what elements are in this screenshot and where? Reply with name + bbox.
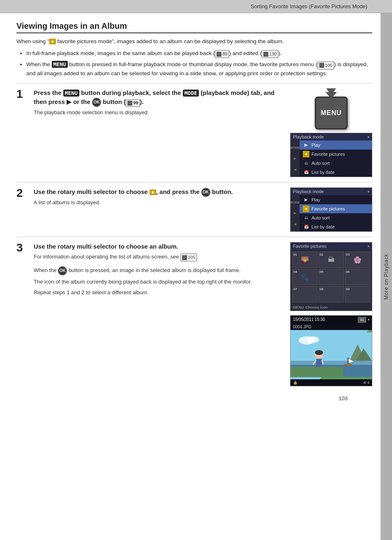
auto-sort-icon-2: 🗂 <box>303 215 309 221</box>
step-2-number: 2 <box>16 187 31 199</box>
cam-menu-auto: 🗂Auto sort <box>300 159 372 168</box>
list-date-icon: 📅 <box>303 169 309 175</box>
cam-menu-1-left: MODE ▶ ◀ <box>291 141 300 177</box>
cam-menu2-list: 📅List by date <box>300 222 372 231</box>
fav-cell-06: 06 <box>345 269 370 285</box>
sidebar-tab-label: More on Playback <box>383 254 389 300</box>
bullet-item-2: When the MENU button is pressed in full-… <box>26 60 372 78</box>
fullframe-bottombar: 🔒 4/ 4 <box>291 379 372 386</box>
fullframe-topbar: 15/05/2011 15:30 01 ▪ <box>291 316 372 324</box>
auto-sort-icon: 🗂 <box>303 160 309 166</box>
cam-menu-1: Playback mode ▪ MODE ▶ ◀ ▶Play <box>290 133 372 177</box>
svg-rect-11 <box>316 359 322 367</box>
bullet-list: In full-frame playback mode, images in t… <box>26 49 372 78</box>
ref-89: □89 <box>215 50 229 58</box>
cam-menu-fav: ★Favorite pictures <box>300 150 372 159</box>
fav-cell-08: 08 <box>318 286 344 302</box>
cam-menu-2-row: MODE ▶ ◀ ▶Play ★Favorite pictures <box>291 195 372 231</box>
step-2-desc: A list of albums is displayed. <box>34 198 284 207</box>
fav-cell-01-icon: 🌄 <box>301 256 309 263</box>
fav-cell-02-icon: 🏔 <box>328 256 334 263</box>
svg-point-2 <box>307 336 319 343</box>
step-1-number: 1 <box>16 88 31 100</box>
ref-105a: □105 <box>318 62 334 69</box>
cam-menu-2-title: Playback mode ▪ <box>291 188 372 195</box>
fav-album-grid: Favorite pictures ▪ 01 🌄 02 🏔 <box>290 242 372 311</box>
svg-rect-9 <box>344 364 353 366</box>
cam-menu-list: 📅List by date <box>300 168 372 177</box>
cam-menu2-play: ▶Play <box>300 195 372 204</box>
fav-cell-01: 01 🌄 <box>292 252 318 268</box>
fav-cell-07: 07 <box>292 286 318 302</box>
step-3-extra2: The icon of the album currently being pl… <box>34 278 284 286</box>
intro-text: When using "★ favorite pictures mode", i… <box>16 37 372 46</box>
cam-menu-2-items: ▶Play ★Favorite pictures 🗂Auto sort 📅Lis… <box>300 195 372 231</box>
cam-menu-1-title: Playback mode ▪ <box>291 133 372 141</box>
fullframe-frameinfo: 4/ 4 <box>363 381 369 385</box>
main-content: Viewing Images in an Album When using "★… <box>0 13 392 540</box>
step-3-number: 3 <box>16 242 31 254</box>
fav-cell-05: 05 <box>318 269 344 285</box>
fav-title-bar: Favorite pictures ▪ <box>291 242 372 250</box>
cam-menu2-auto: 🗂Auto sort <box>300 213 372 222</box>
right-sidebar: More on Playback <box>380 13 392 540</box>
step-3-content: Use the rotary multi selector to choose … <box>31 242 284 299</box>
svg-rect-15 <box>291 367 344 377</box>
page-number: 103 <box>16 391 372 406</box>
step-3: 3 Use the rotary multi selector to choos… <box>16 237 372 391</box>
step-1-content: Press the MENU button during playback, s… <box>31 88 284 116</box>
cam-menu2-fav: ★Favorite pictures <box>300 204 372 213</box>
fullframe-album-badge: 01 <box>358 317 366 323</box>
step-2: 2 Use the rotary multi selector to choos… <box>16 182 372 237</box>
fav-cell-02: 02 🏔 <box>318 252 344 268</box>
fav-cell-04-icon: 🐾 <box>301 273 309 281</box>
bullet-item-1: In full-frame playback mode, images in t… <box>26 49 372 58</box>
step-3-desc: For information about operating the list… <box>34 253 284 261</box>
step-3-extra1: When the OK button is pressed, an image … <box>34 266 284 275</box>
fav-bottom-bar: MENU Choose icon <box>291 304 372 311</box>
step-3-title: Use the rotary multi selector to choose … <box>34 242 284 251</box>
fullframe-datetime: 15/05/2011 15:30 <box>293 317 325 322</box>
step-3-extra3: Repeat steps 1 and 2 to select a differe… <box>34 288 284 297</box>
header-bar: Sorting Favorite Images (Favorite Pictur… <box>0 0 392 13</box>
step-1: 1 Press the MENU button during playback,… <box>16 83 372 182</box>
fav-icon-2: ★ <box>303 205 309 212</box>
step-2-content: Use the rotary multi selector to choose … <box>31 187 284 207</box>
step-1-title: Press the MENU button during playback, s… <box>34 88 284 107</box>
header-title: Sorting Favorite Images (Favorite Pictur… <box>251 3 367 9</box>
step-3-images: Favorite pictures ▪ 01 🌄 02 🏔 <box>290 242 372 386</box>
play-icon-2: ▶ <box>303 196 309 203</box>
fullframe-image <box>291 330 372 379</box>
step-1-images: MENU Playback mode ▪ MODE ▶ ◀ <box>290 88 372 177</box>
fav-cell-09: 09 <box>345 286 370 302</box>
fav-icon: ★ <box>303 151 309 157</box>
play-icon: ▶ <box>303 142 309 148</box>
fullframe-container: 15/05/2011 15:30 01 ▪ 0004.JPG <box>290 315 372 386</box>
fullframe-filename: 0004.JPG <box>291 324 372 330</box>
fav-cell-03-icon: 🌸 <box>353 256 362 263</box>
step-2-title: Use the rotary multi selector to choose … <box>34 187 284 197</box>
fav-grid: 01 🌄 02 🏔 03 🌸 <box>291 250 372 304</box>
cam-menu-1-items: ▶Play ★Favorite pictures 🗂Auto sort 📅Lis… <box>300 141 372 177</box>
step-2-image: Playback mode ▪ MODE ▶ ◀ ▶Play <box>290 187 372 232</box>
menu-button: MENU <box>315 97 348 129</box>
step-1-desc: The playback-mode selection menu is disp… <box>34 108 284 117</box>
page-body: Viewing Images in an Album When using "★… <box>0 13 380 540</box>
cam-menu-2: Playback mode ▪ MODE ▶ ◀ ▶Play <box>290 187 372 232</box>
cam-menu-2-left: MODE ▶ ◀ <box>291 195 300 231</box>
fav-cell-04: 04 🐾 <box>292 269 318 285</box>
fav-cell-03: 03 🌸 <box>345 252 370 268</box>
page-wrapper: Sorting Favorite Images (Favorite Pictur… <box>0 0 392 540</box>
cam-menu-1-row: MODE ▶ ◀ ▶Play ★Favorite pictures <box>291 141 372 177</box>
ref-130: □130 <box>262 50 278 58</box>
svg-point-14 <box>315 350 323 355</box>
section-title: Viewing Images in an Album <box>16 21 372 33</box>
cam-menu-play: ▶Play <box>300 141 372 150</box>
fullframe-svg <box>291 332 372 377</box>
list-date-icon-2: 📅 <box>303 224 309 230</box>
